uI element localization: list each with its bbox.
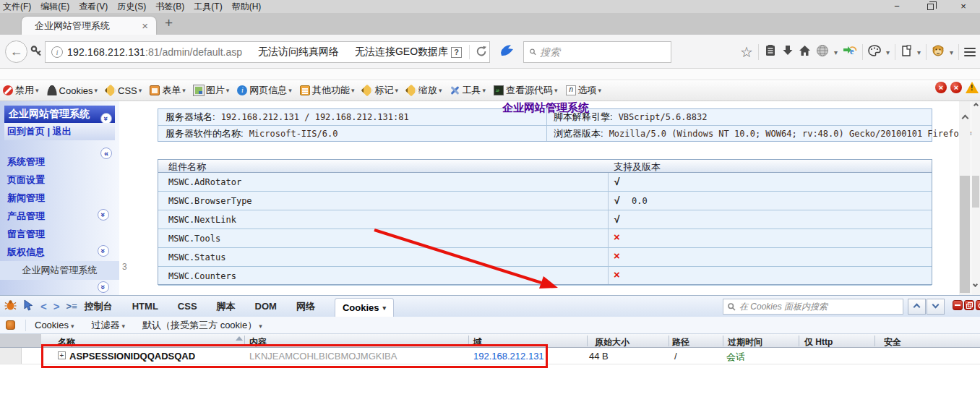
bookmark-star-icon[interactable]: ☆ [740, 45, 753, 59]
sidebar-item-product[interactable]: 产品管理» [0, 208, 116, 224]
back-button[interactable]: ← [5, 40, 27, 63]
devbar-viewsource[interactable]: 查看源代码▾ [494, 84, 558, 97]
tab-html[interactable]: HTML [132, 301, 158, 312]
sidebar-item-copyright[interactable]: 版权信息« [0, 244, 116, 260]
globe-caret-icon[interactable]: ▾ [834, 48, 838, 56]
new-page-icon[interactable] [901, 45, 912, 60]
open-in-ie-icon[interactable]: e [843, 44, 857, 60]
new-tab-button[interactable]: + [165, 15, 173, 31]
scroll-up-icon[interactable] [961, 115, 968, 122]
devbar-cookies[interactable]: Cookies▾ [47, 85, 98, 96]
firebug-search-input[interactable] [739, 302, 903, 312]
devbar-images[interactable]: 图片▾ [194, 84, 230, 97]
break-on-icon[interactable] [6, 320, 15, 330]
devbar-forms[interactable]: 表单▾ [150, 84, 186, 97]
chevron-down-icon[interactable]: » [98, 281, 109, 293]
devbar-misc[interactable]: 其他功能▾ [300, 84, 355, 97]
greasemonkey-icon[interactable] [932, 44, 945, 60]
sidebar-item-page[interactable]: 页面设置» [0, 172, 116, 188]
extension-icon[interactable] [498, 43, 515, 61]
key-icon[interactable] [30, 44, 43, 60]
col-secure[interactable]: 安全 [884, 336, 901, 349]
tab-close-icon[interactable]: × [139, 20, 150, 32]
tools-wrench-icon [450, 85, 460, 95]
col-path[interactable]: 路径 [672, 336, 689, 349]
bookmarks-panel-icon[interactable] [764, 44, 777, 60]
tab-dom[interactable]: DOM [255, 301, 277, 312]
palette-caret-icon[interactable]: ▾ [886, 48, 890, 56]
inspect-cursor-icon[interactable] [23, 299, 34, 314]
tab-console[interactable]: 控制台 [85, 300, 113, 313]
reload-icon[interactable] [476, 46, 487, 59]
tab-css[interactable]: CSS [178, 301, 197, 312]
firebug-search-box[interactable] [723, 299, 903, 315]
command-line-icon[interactable]: >≡ [66, 301, 77, 312]
devbar-pageinfo[interactable]: i网页信息▾ [237, 84, 292, 97]
devbar-resize[interactable]: 缩放▾ [406, 84, 442, 97]
disable-icon [3, 85, 13, 95]
site-info-icon[interactable]: i [51, 46, 63, 58]
default-accept-button[interactable]: 默认（接受第三方 cookie）▾ [142, 319, 262, 332]
devbar-options[interactable]: 选项▾ [566, 84, 602, 97]
menu-bookmarks[interactable]: 书签(B) [155, 1, 184, 13]
nav-back-icon[interactable]: < [40, 300, 47, 312]
window-scrollbar[interactable] [971, 101, 980, 295]
iframe-scrollbar[interactable] [959, 101, 971, 295]
firebug-close-button[interactable] [976, 300, 980, 310]
error-icon[interactable]: × [950, 82, 962, 93]
firebug-minimize-button[interactable] [953, 300, 963, 310]
help-icon[interactable]: ? [451, 47, 462, 58]
devbar-outline[interactable]: 标记▾ [362, 84, 398, 97]
palette-icon[interactable] [868, 45, 881, 59]
badge-geo[interactable]: 无法连接GEO数据库 [355, 46, 448, 59]
find-next-button[interactable] [927, 299, 945, 315]
devbar-tools[interactable]: 工具▾ [450, 84, 486, 97]
menu-help[interactable]: 帮助(H) [232, 1, 262, 13]
sidebar-item-message[interactable]: 留言管理» [0, 226, 116, 242]
globe-icon[interactable] [816, 44, 829, 60]
downloads-icon[interactable] [782, 45, 794, 59]
menu-hamburger-icon[interactable] [964, 46, 976, 59]
cookies-menu-button[interactable]: Cookies▾ [35, 320, 74, 330]
warning-icon[interactable] [966, 82, 979, 93]
tab-active[interactable]: 企业网站管理系统 × [22, 17, 156, 35]
devbar-disable[interactable]: 禁用▾ [3, 84, 39, 97]
menu-edit[interactable]: 编辑(E) [40, 1, 69, 13]
tab-network[interactable]: 网络 [296, 300, 315, 313]
scroll-up-icon[interactable] [973, 103, 978, 108]
sidebar-item-system[interactable]: 系统管理» [0, 154, 116, 170]
firebug-detach-button[interactable] [964, 300, 974, 310]
menu-file[interactable]: 文件(F) [3, 1, 31, 13]
scroll-down-icon[interactable] [973, 282, 978, 287]
page-caret-icon[interactable]: ▾ [917, 48, 921, 56]
firebug-bug-icon[interactable] [4, 299, 17, 314]
filter-menu-button[interactable]: 过滤器▾ [92, 319, 126, 332]
home-icon[interactable] [799, 45, 811, 59]
menu-view[interactable]: 查看(V) [79, 1, 108, 13]
menu-tools[interactable]: 工具(T) [194, 1, 222, 13]
search-box[interactable] [523, 41, 671, 63]
tab-script[interactable]: 脚本 [217, 300, 236, 313]
sidebar-home-exit[interactable]: 回到首页 | 退出 « [4, 123, 115, 140]
nav-forward-icon[interactable]: > [53, 300, 60, 312]
window-restore-icon[interactable] [914, 0, 947, 13]
error-icon[interactable]: × [935, 82, 947, 93]
window-minimize-icon[interactable]: − [880, 0, 914, 13]
col-component-name: 组件名称 [168, 161, 206, 174]
badge-chunzhen[interactable]: 无法访问纯真网络 [258, 46, 339, 59]
tab-cookies-active[interactable]: Cookies▾ [335, 298, 394, 317]
col-expires[interactable]: 过期时间 [728, 336, 762, 349]
scrollbar-thumb[interactable] [972, 176, 979, 208]
server-domain-cell: 服务器域名:192.168.212.131 / 192.168.212.131:… [158, 109, 546, 125]
window-close-icon[interactable]: × [947, 0, 980, 13]
url-bar[interactable]: i 192.168.212.131:81/admin/default.asp 无… [45, 41, 490, 63]
find-previous-button[interactable] [908, 299, 926, 315]
col-httponly[interactable]: 仅 Http [804, 336, 833, 349]
sidebar-item-news[interactable]: 新闻管理» [0, 190, 116, 206]
search-input[interactable] [540, 46, 671, 58]
col-rawsize[interactable]: 原始大小 [595, 336, 629, 349]
scrollbar-thumb[interactable] [960, 176, 970, 293]
menu-history[interactable]: 历史(S) [117, 1, 146, 13]
devbar-css[interactable]: CSS▾ [106, 85, 142, 96]
monkey-caret-icon[interactable]: ▾ [950, 48, 953, 56]
